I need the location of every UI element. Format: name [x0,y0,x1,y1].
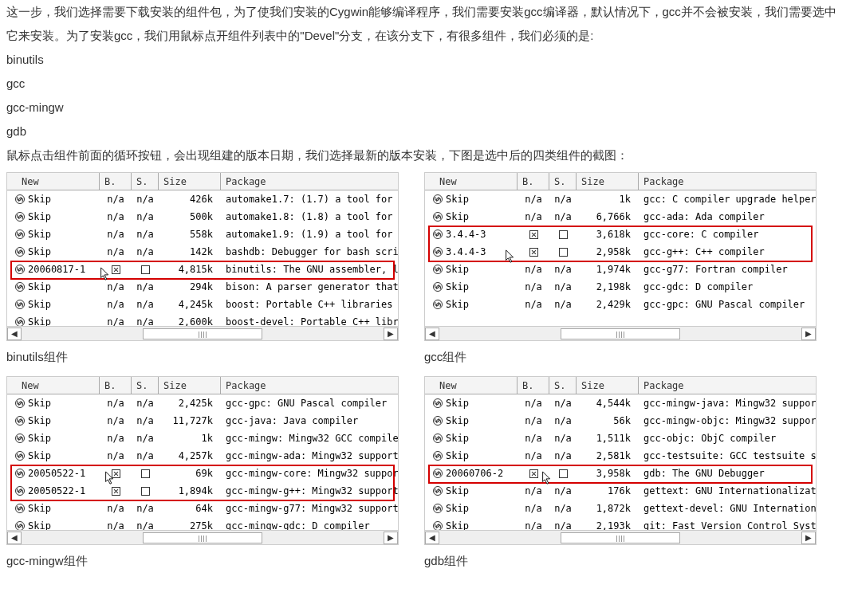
version-cycle-button[interactable]: Skip [7,226,100,243]
version-cycle-button[interactable]: Skip [425,296,518,313]
source-checkbox-cell[interactable] [549,226,577,243]
scroll-thumb[interactable] [561,328,680,339]
col-header-binary[interactable]: B. [100,173,132,190]
col-header-binary[interactable]: B. [518,173,549,190]
cygwin-setup-screenshot: NewB.S.SizePackageSkipn/an/a426kautomake… [6,172,399,341]
col-header-size[interactable]: Size [159,173,221,190]
col-header-source[interactable]: S. [549,173,577,190]
version-cycle-button[interactable]: Skip [7,412,100,430]
col-header-source[interactable]: S. [132,173,159,190]
package-cell: gcc-g77: Fortran compiler [639,261,816,278]
version-cycle-button[interactable]: Skip [7,208,100,226]
horizontal-scrollbar[interactable]: ◀▶ [425,530,816,544]
version-cycle-button[interactable]: Skip [425,261,518,278]
version-cycle-button[interactable]: Skip [425,394,518,412]
version-cycle-button[interactable]: Skip [7,243,100,261]
col-header-package[interactable]: Package [221,377,398,394]
version-cycle-button[interactable]: Skip [425,447,518,465]
horizontal-scrollbar[interactable]: ◀▶ [425,326,816,340]
version-cycle-button[interactable]: 20050522-1 [7,465,100,482]
binary-checkbox-cell[interactable] [518,243,549,261]
version-label: Skip [28,446,51,465]
col-header-size[interactable]: Size [159,377,221,394]
version-cycle-button[interactable]: 20050522-1 [7,482,100,500]
horizontal-scrollbar[interactable]: ◀▶ [7,326,398,340]
na-text: n/a [554,207,572,226]
col-header-source[interactable]: S. [132,377,159,394]
version-cycle-button[interactable]: Skip [425,278,518,296]
na-text: n/a [554,394,572,413]
scroll-left-button[interactable]: ◀ [7,532,22,544]
version-cycle-button[interactable]: Skip [425,190,518,208]
size-cell: 2,958k [577,243,639,261]
na-text: n/a [136,394,154,413]
cycle-icon [15,300,25,309]
version-label: Skip [28,394,51,413]
version-cycle-button[interactable]: 3.4.4-3 [425,226,518,243]
scroll-thumb[interactable] [143,328,262,339]
col-header-new[interactable]: New [7,173,100,190]
col-header-new[interactable]: New [425,377,518,394]
cycle-icon [433,212,443,222]
version-label: Skip [446,277,469,296]
version-cycle-button[interactable]: 3.4.4-3 [425,243,518,261]
col-header-size[interactable]: Size [577,377,639,394]
version-cycle-button[interactable]: Skip [425,482,518,500]
version-cycle-button[interactable]: Skip [7,278,100,296]
binary-checkbox-cell[interactable] [518,226,549,243]
source-checkbox-cell[interactable] [132,261,159,278]
source-checkbox-cell: n/a [132,447,159,465]
source-checkbox-cell[interactable] [132,482,159,500]
source-checkbox-cell[interactable] [549,465,577,482]
col-header-new[interactable]: New [425,173,518,190]
scroll-right-button[interactable]: ▶ [384,532,398,544]
na-text: n/a [554,481,572,500]
version-cycle-button[interactable]: Skip [7,500,100,517]
scroll-thumb[interactable] [561,532,680,543]
version-cycle-button[interactable]: Skip [425,208,518,226]
cycle-icon [15,504,25,513]
version-label: Skip [446,260,469,279]
cycle-icon [433,265,443,274]
na-text: n/a [107,207,124,226]
version-cycle-button[interactable]: Skip [425,500,518,517]
col-header-new[interactable]: New [7,377,100,394]
col-header-package[interactable]: Package [221,173,398,190]
col-header-binary[interactable]: B. [100,377,132,394]
binary-checkbox-cell[interactable] [518,465,549,482]
na-text: n/a [525,429,542,448]
version-cycle-button[interactable]: Skip [425,430,518,447]
binary-checkbox-cell[interactable] [100,465,132,482]
version-cycle-button[interactable]: 20060817-1 [7,261,100,278]
scroll-right-button[interactable]: ▶ [384,328,398,340]
size-cell: 558k [159,226,221,243]
scroll-right-button[interactable]: ▶ [801,532,816,544]
version-label: Skip [446,429,469,448]
col-header-source[interactable]: S. [549,377,577,394]
scroll-left-button[interactable]: ◀ [7,328,22,340]
scroll-thumb[interactable] [143,532,262,543]
cycle-icon [15,282,25,292]
col-header-size[interactable]: Size [577,173,639,190]
binary-checkbox-cell[interactable] [100,482,132,500]
version-label: Skip [28,225,51,244]
version-cycle-button[interactable]: Skip [425,412,518,430]
horizontal-scrollbar[interactable]: ◀▶ [7,530,398,544]
version-cycle-button[interactable]: Skip [7,430,100,447]
source-checkbox-cell[interactable] [549,243,577,261]
col-header-package[interactable]: Package [639,173,816,190]
na-text: n/a [554,295,572,314]
col-header-binary[interactable]: B. [518,377,549,394]
version-cycle-button[interactable]: Skip [7,190,100,208]
version-cycle-button[interactable]: Skip [7,447,100,465]
version-cycle-button[interactable]: 20060706-2 [425,465,518,482]
package-cell: gcc-mingw-core: Mingw32 support [221,465,398,482]
scroll-left-button[interactable]: ◀ [425,532,439,544]
version-cycle-button[interactable]: Skip [7,394,100,412]
binary-checkbox-cell[interactable] [100,261,132,278]
col-header-package[interactable]: Package [639,377,816,394]
scroll-right-button[interactable]: ▶ [801,328,816,340]
source-checkbox-cell[interactable] [132,465,159,482]
version-cycle-button[interactable]: Skip [7,296,100,313]
scroll-left-button[interactable]: ◀ [425,328,439,340]
